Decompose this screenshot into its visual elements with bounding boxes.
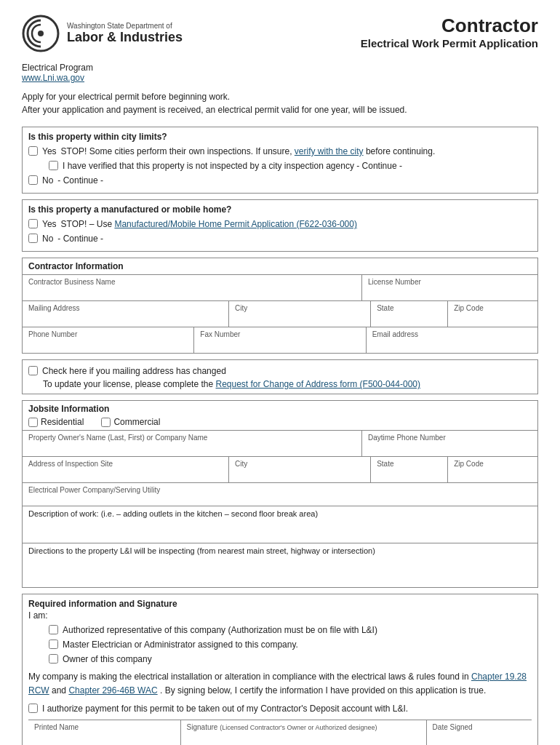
signing-text: . By signing below, I certify the inform… [160,685,486,696]
commercial-checkbox[interactable] [101,418,111,427]
authorized-row: Authorized representative of this compan… [49,624,532,637]
state-cell: State [371,301,448,327]
master-checkbox[interactable] [49,640,58,649]
i-am-label: I am: [28,610,532,621]
signature-note: (Licensed Contractor's Owner or Authoriz… [220,724,377,731]
program-info: Electrical Program www.Lni.wa.gov [22,63,538,83]
mfg-yes-checkbox[interactable] [28,219,38,228]
city-cell: City [229,301,371,327]
business-name-label: Contractor Business Name [28,278,356,286]
city-yes-label: Yes [42,145,57,158]
and-text: and [52,685,66,696]
date-cell: Date Signed [427,720,532,745]
printed-name-label: Printed Name [34,723,175,731]
mailing-address-cell: Mailing Address [23,301,229,327]
inspection-address-cell: Address of Inspection Site [23,457,229,482]
commercial-label: Commercial [113,417,160,427]
mfg-home-link[interactable]: Manufactured/Mobile Home Permit Applicat… [114,219,357,229]
contractor-row3: Phone Number Fax Number Email address [23,327,537,353]
date-label: Date Signed [433,723,526,731]
residential-checkbox-group: Residential [28,417,84,427]
owner-checkbox[interactable] [49,654,58,664]
mfg-no-checkbox[interactable] [28,234,38,243]
signature-cell: Signature (Licensed Contractor's Owner o… [181,720,427,745]
jobsite-type-row: Residential Commercial [28,417,532,427]
verify-city-link[interactable]: verify with the city [295,146,364,156]
directions-row: Directions to the property L&I will be i… [23,543,537,587]
labor-industries-logo [22,15,60,52]
address-change-update: To update your license, please complete … [43,379,532,389]
intro-line2: After your application and payment is re… [22,103,538,116]
daytime-phone-cell: Daytime Phone Number [362,431,537,456]
mfg-yes-row: Yes STOP! – Use Manufactured/Mobile Home… [28,218,532,231]
state-label: State [377,304,441,312]
contractor-row1: Contractor Business Name License Number [23,275,537,301]
address-change-row: Check here if you mailing address has ch… [28,364,532,378]
address-change-checkbox[interactable] [28,366,38,375]
intro-line1: Apply for your electrical permit before … [22,90,538,103]
jobsite-owner-row: Property Owner's Name (Last, First) or C… [23,431,537,457]
compliance-text-block: My company is making the electrical inst… [28,670,532,698]
manufactured-question: Is this property a manufactured or mobil… [28,204,532,215]
manufactured-home-section: Is this property a manufactured or mobil… [22,199,538,252]
logo-text: Washington State Department of Labor & I… [67,22,183,46]
city-no-row: No - Continue - [28,174,532,187]
zip-cell: Zip Code [448,301,537,327]
jobsite-zip-label: Zip Code [454,460,532,468]
email-cell: Email address [367,327,537,353]
city-no-continue: - Continue - [57,174,103,187]
phone-label: Phone Number [28,330,188,338]
signature-label: Signature (Licensed Contractor's Owner o… [187,723,420,731]
city-no-checkbox[interactable] [28,175,38,185]
contractor-section-title: Contractor Information [23,258,537,275]
signature-row: Printed Name Signature (Licensed Contrac… [28,720,532,745]
address-update-text: To update your license, please complete … [43,379,213,389]
license-number-cell: License Number [362,275,537,300]
logo-area: Washington State Department of Labor & I… [22,15,183,52]
fax-label: Fax Number [200,330,359,338]
required-section: Required information and Signature I am:… [22,594,538,745]
residential-checkbox[interactable] [28,418,38,427]
mfg-yes-text: STOP! – Use Manufactured/Mobile Home Per… [61,218,357,231]
chapter2-link[interactable]: Chapter 296-46B WAC [68,685,157,696]
main-title: Contractor [361,15,538,37]
inspection-address-label: Address of Inspection Site [28,460,223,468]
commercial-checkbox-group: Commercial [101,417,160,427]
city-no-label: No [42,174,53,187]
zip-label: Zip Code [454,304,532,312]
verified-text: I have verified that this property is no… [63,159,402,172]
verified-checkbox[interactable] [49,161,58,170]
authorize-text: I authorize payment for this permit to b… [42,702,408,715]
address-change-link[interactable]: Request for Change of Address form (F500… [216,379,420,389]
owner-text: Owner of this company [63,653,152,666]
jobsite-city-label: City [235,460,364,468]
dept-label: Washington State Department of [67,22,183,30]
program-url[interactable]: www.Lni.wa.gov [22,73,84,83]
required-title: Required information and Signature [28,599,532,609]
authorize-payment-row: I authorize payment for this permit to b… [28,702,532,715]
compliance-text: My company is making the electrical inst… [28,672,469,682]
authorized-checkbox[interactable] [49,625,58,634]
mfg-no-continue: - Continue - [57,232,103,245]
mfg-yes-label: Yes [42,218,57,231]
description-row: Description of work: (i.e. – adding outl… [23,506,537,543]
svg-point-1 [38,31,44,36]
jobsite-city-cell: City [229,457,371,482]
master-text: Master Electrician or Administrator assi… [63,638,298,651]
owner-name-label: Property Owner's Name (Last, First) or C… [28,434,356,442]
daytime-phone-label: Daytime Phone Number [368,434,532,442]
city-limits-question: Is this property within city limits? [28,132,532,142]
authorize-payment-checkbox[interactable] [28,704,38,713]
fax-cell: Fax Number [194,327,366,353]
program-name: Electrical Program [22,63,538,73]
mfg-no-row: No - Continue - [28,232,532,245]
city-limits-section: Is this property within city limits? Yes… [22,127,538,194]
master-row: Master Electrician or Administrator assi… [49,638,532,651]
agency-label: Labor & Industries [67,30,183,46]
power-company-row: Electrical Power Company/Serving Utility [23,483,537,506]
contractor-row2: Mailing Address City State Zip Code [23,301,537,327]
license-number-label: License Number [368,278,532,286]
printed-name-cell: Printed Name [28,720,181,745]
city-yes-text: STOP! Some cities perform their own insp… [61,145,436,158]
city-yes-checkbox[interactable] [28,146,38,156]
